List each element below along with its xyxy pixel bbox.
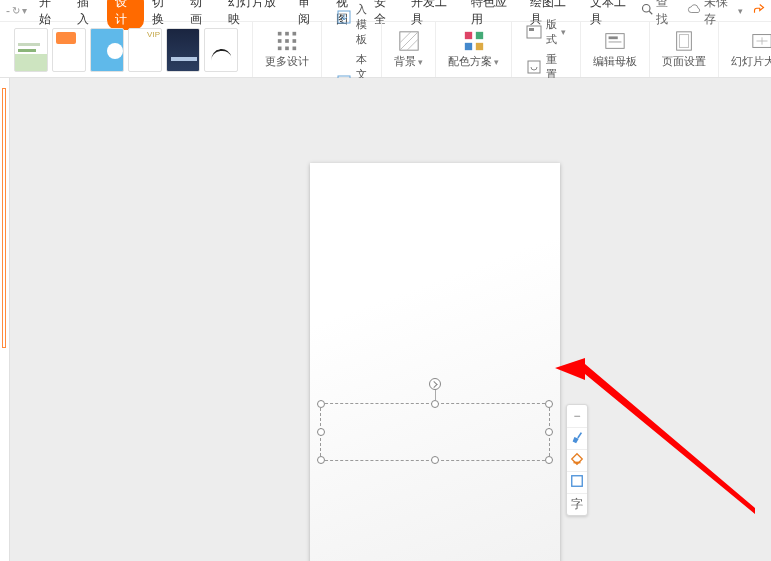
nav-redo-icon[interactable]: ↻ <box>12 5 20 16</box>
editor-area: − 字 <box>0 78 771 561</box>
more-designs-label: 更多设计 <box>265 54 309 69</box>
template-thumb-2[interactable] <box>52 28 86 72</box>
nav-back-icon[interactable]: - <box>6 4 10 18</box>
font-icon: 字 <box>571 496 583 513</box>
template-thumb-3[interactable] <box>90 28 124 72</box>
svg-rect-10 <box>293 47 297 51</box>
background-button[interactable]: 背景▾ <box>390 26 427 73</box>
ribbon: 更多设计 导入模板 本文模板 背景▾ <box>0 22 771 78</box>
grid-icon <box>276 30 298 52</box>
color-scheme-button[interactable]: 配色方案▾ <box>444 26 503 73</box>
more-designs-button[interactable]: 更多设计 <box>261 26 313 73</box>
resize-handle-se[interactable] <box>545 456 553 464</box>
share-icon <box>753 3 765 18</box>
slide-size-button[interactable]: 幻灯片大小▾ <box>727 26 771 73</box>
slide[interactable] <box>310 163 560 561</box>
chevron-down-icon: ▾ <box>418 57 423 67</box>
shape-fill-icon <box>570 452 584 469</box>
rotation-handle[interactable] <box>429 378 441 390</box>
resize-handle-n[interactable] <box>431 400 439 408</box>
textbox-selected[interactable] <box>320 403 550 461</box>
svg-rect-15 <box>464 32 471 39</box>
slide-panel[interactable] <box>0 78 10 561</box>
svg-line-1 <box>650 11 653 14</box>
collapse-button[interactable]: − <box>567 405 587 427</box>
svg-rect-9 <box>285 47 289 51</box>
background-icon <box>398 30 420 52</box>
svg-rect-7 <box>293 39 297 43</box>
nav-history: - ↻ ▾ <box>6 4 27 18</box>
save-status-chevron-icon: ▾ <box>738 6 743 16</box>
format-brush-button[interactable] <box>567 427 587 449</box>
import-template-icon <box>336 9 352 25</box>
outline-icon <box>570 474 584 491</box>
svg-rect-18 <box>475 43 482 50</box>
chevron-down-icon: ▾ <box>494 57 499 67</box>
floating-toolbar: − 字 <box>566 404 588 516</box>
color-scheme-icon <box>463 30 485 52</box>
minus-icon: − <box>573 409 580 423</box>
ribbon-slide-size: 幻灯片大小▾ <box>718 22 771 77</box>
format-button[interactable]: 版式 ▾ <box>520 15 572 49</box>
svg-point-0 <box>643 5 651 13</box>
resize-handle-e[interactable] <box>545 428 553 436</box>
menu-bar: - ↻ ▾ 开始 插入 设计 切换 动画 幻灯片放映 审阅 视图 安全 开发工具… <box>0 0 771 22</box>
svg-rect-5 <box>278 39 282 43</box>
svg-rect-6 <box>285 39 289 43</box>
svg-rect-21 <box>528 61 540 73</box>
slide-size-label: 幻灯片大小 <box>731 54 771 69</box>
ribbon-master: 编辑母板 <box>580 22 649 77</box>
resize-handle-ne[interactable] <box>545 400 553 408</box>
resize-handle-s[interactable] <box>431 456 439 464</box>
edit-master-label: 编辑母板 <box>593 54 637 69</box>
svg-rect-19 <box>527 26 541 38</box>
template-thumb-6[interactable] <box>204 28 238 72</box>
page-setup-button[interactable]: 页面设置 <box>658 26 710 73</box>
svg-rect-17 <box>464 43 471 50</box>
svg-rect-2 <box>278 32 282 36</box>
layout-icon <box>526 24 542 40</box>
ribbon-format-group: 版式 ▾ 重置 <box>511 22 580 77</box>
svg-rect-8 <box>278 47 282 51</box>
reset-icon <box>526 59 542 75</box>
outline-button[interactable] <box>567 471 587 493</box>
master-icon <box>604 30 626 52</box>
ribbon-template-actions: 导入模板 本文模板 <box>321 22 381 77</box>
ribbon-background: 背景▾ <box>381 22 435 77</box>
svg-rect-20 <box>529 28 534 31</box>
search-icon <box>641 3 653 18</box>
canvas[interactable]: − 字 <box>10 78 771 561</box>
ribbon-colorscheme: 配色方案▾ <box>435 22 511 77</box>
import-template-label: 导入模板 <box>356 0 367 47</box>
share-button[interactable] <box>753 3 765 18</box>
slide-size-icon <box>751 30 771 52</box>
current-slide-thumb[interactable] <box>2 88 6 348</box>
cloud-icon <box>687 3 701 18</box>
import-template-button[interactable]: 导入模板 <box>330 0 373 49</box>
resize-handle-nw[interactable] <box>317 400 325 408</box>
chevron-down-icon: ▾ <box>561 27 566 37</box>
shape-fill-button[interactable] <box>567 449 587 471</box>
resize-handle-w[interactable] <box>317 428 325 436</box>
color-scheme-label: 配色方案 <box>448 54 492 69</box>
ribbon-templates-gallery <box>0 22 252 77</box>
svg-rect-29 <box>572 476 583 487</box>
format-label: 版式 <box>546 17 557 47</box>
edit-master-button[interactable]: 编辑母板 <box>589 26 641 73</box>
nav-dropdown-icon[interactable]: ▾ <box>22 5 27 16</box>
page-setup-icon <box>673 30 695 52</box>
resize-handle-sw[interactable] <box>317 456 325 464</box>
ribbon-more-designs: 更多设计 <box>252 22 321 77</box>
template-thumb-4[interactable] <box>128 28 162 72</box>
template-thumb-1[interactable] <box>14 28 48 72</box>
svg-rect-4 <box>293 32 297 36</box>
template-thumb-5[interactable] <box>166 28 200 72</box>
font-button[interactable]: 字 <box>567 493 587 515</box>
svg-rect-26 <box>679 35 688 48</box>
svg-rect-16 <box>475 32 482 39</box>
svg-rect-24 <box>609 41 622 43</box>
svg-rect-3 <box>285 32 289 36</box>
ribbon-page-setup: 页面设置 <box>649 22 718 77</box>
background-label: 背景 <box>394 54 416 69</box>
brush-icon <box>570 430 584 447</box>
